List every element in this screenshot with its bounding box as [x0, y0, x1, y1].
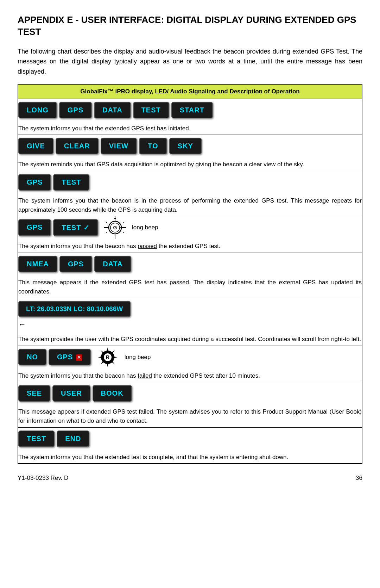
table-row: GPS TEST ✓	[18, 216, 362, 253]
failed-underline-1: failed	[138, 372, 152, 379]
svg-marker-17	[98, 356, 103, 358]
table-row: TEST END The system informs you that the…	[18, 427, 362, 464]
btn-gps-4: GPS	[59, 256, 92, 272]
footer-right: 36	[356, 475, 362, 482]
btn-gps-2: GPS	[18, 174, 51, 191]
page-title: APPENDIX E - USER INTERFACE: DIGITAL DIS…	[18, 14, 362, 38]
footer: Y1-03-0233 Rev. D 36	[18, 475, 362, 482]
table-header: GlobalFix™ iPRO display, LED/ Audio Sign…	[18, 85, 362, 99]
desc-row5: This message appears if the extended GPS…	[18, 275, 362, 298]
btn-nmea: NMEA	[18, 256, 57, 272]
desc-row1: The system informs you that the extended…	[18, 121, 362, 135]
btn-gps-1: GPS	[59, 102, 92, 118]
desc-row2: The system reminds you that GPS data acq…	[18, 157, 362, 171]
btn-clear: CLEAR	[56, 138, 99, 154]
button-group-row5: NMEA GPS DATA	[18, 256, 362, 272]
btn-test-1: TEST	[133, 102, 169, 118]
footer-left: Y1-03-0233 Rev. D	[18, 475, 68, 482]
btn-data-2: DATA	[94, 256, 131, 272]
btn-no: NO	[18, 349, 46, 365]
btn-data-1: DATA	[94, 102, 131, 118]
button-group-row3: GPS TEST	[18, 174, 362, 191]
svg-line-7	[123, 222, 124, 223]
table-row: NMEA GPS DATA This message appears if th…	[18, 253, 362, 298]
x-icon: ✕	[76, 354, 82, 361]
button-group-row8: SEE USER BOOK	[18, 385, 362, 402]
compass-g-icon: G	[104, 216, 126, 239]
btn-gps-3: GPS	[18, 219, 51, 236]
btn-view: VIEW	[101, 138, 137, 154]
scroll-arrow: ←	[18, 320, 362, 329]
button-group-row9: TEST END	[18, 431, 362, 447]
coord-display-container: LT: 26.03.033N LG: 80.10.066W	[18, 301, 362, 317]
sound-label-row4: long beep	[132, 223, 158, 232]
desc-row6: The system provides the user with the GP…	[18, 332, 362, 345]
coord-display: LT: 26.03.033N LG: 80.10.066W	[18, 301, 131, 317]
button-group-row1: LONG GPS DATA TEST START	[18, 102, 362, 118]
btn-give: GIVE	[18, 138, 53, 154]
main-table: GlobalFix™ iPRO display, LED/ Audio Sign…	[18, 84, 362, 464]
svg-text:G: G	[113, 225, 117, 230]
compass-r-icon: R	[96, 346, 119, 369]
svg-marker-15	[107, 347, 109, 352]
svg-line-9	[106, 222, 107, 223]
btn-test-2: TEST	[53, 174, 89, 191]
table-row: GIVE CLEAR VIEW TO SKY The system remind…	[18, 135, 362, 171]
btn-gps-x: GPS ✕	[49, 349, 91, 365]
failed-underline-2: failed	[139, 408, 153, 415]
svg-line-10	[106, 232, 107, 233]
btn-end: END	[57, 431, 89, 447]
intro-paragraph: The following chart describes the displa…	[18, 47, 362, 77]
svg-text:R: R	[106, 354, 109, 360]
svg-marker-16	[107, 362, 109, 367]
button-group-row7: NO GPS ✕	[18, 349, 91, 365]
table-row: SEE USER BOOK This message appears if ex…	[18, 382, 362, 428]
btn-sky: SKY	[169, 138, 202, 154]
table-row: NO GPS ✕	[18, 346, 362, 382]
sound-label-row7: long beep	[125, 353, 151, 362]
btn-long: LONG	[18, 102, 57, 118]
desc-row3: The system informs you that the beacon i…	[18, 193, 362, 216]
btn-user: USER	[52, 385, 90, 402]
desc-row8: This message appears if extended GPS tes…	[18, 404, 362, 427]
svg-marker-18	[113, 356, 118, 358]
row7-inline: NO GPS ✕	[18, 346, 362, 369]
btn-test-check: TEST ✓	[53, 219, 98, 236]
table-row: LONG GPS DATA TEST START The system info…	[18, 99, 362, 135]
btn-test-3: TEST	[18, 431, 55, 447]
row4-inline: GPS TEST ✓	[18, 216, 362, 239]
desc-row4: The system informs you that the beacon h…	[18, 239, 362, 252]
button-group-row2: GIVE CLEAR VIEW TO SKY	[18, 138, 362, 154]
passed-underline-1: passed	[138, 243, 157, 249]
table-row: LT: 26.03.033N LG: 80.10.066W ← The syst…	[18, 298, 362, 346]
passed-underline-2: passed	[170, 279, 189, 286]
desc-row7: The system informs you that the beacon h…	[18, 369, 362, 382]
table-row: GPS TEST The system informs you that the…	[18, 171, 362, 216]
button-group-row4: GPS TEST ✓	[18, 219, 98, 236]
btn-to: TO	[139, 138, 167, 154]
desc-row9: The system informs you that the extended…	[18, 450, 362, 463]
btn-book: BOOK	[93, 385, 132, 402]
btn-start: START	[171, 102, 213, 118]
btn-see: SEE	[18, 385, 50, 402]
svg-line-8	[123, 232, 124, 233]
